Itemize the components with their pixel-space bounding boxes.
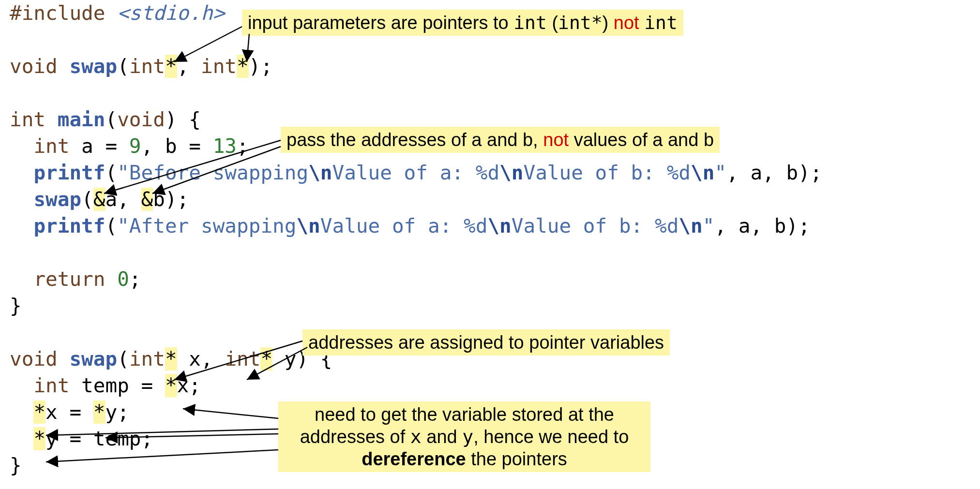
- deref-star: *: [165, 374, 177, 397]
- type-int: int: [201, 55, 237, 78]
- keyword-void: void: [10, 347, 58, 370]
- fn-swap-decl: swap: [69, 55, 117, 78]
- preprocessor: #include: [10, 1, 105, 25]
- pointer-star-2: *: [237, 55, 249, 78]
- callout-pointer-params: input parameters are pointers to int (in…: [242, 10, 683, 36]
- address-of-b: &: [141, 188, 153, 211]
- callout-addresses-assigned: addresses are assigned to pointer variab…: [302, 329, 670, 356]
- keyword-void: void: [10, 55, 58, 78]
- callout-pass-addresses: pass the addresses of a and b, not value…: [281, 127, 720, 153]
- fn-swap-def: swap: [69, 347, 117, 370]
- deref-star: *: [33, 427, 45, 450]
- pointer-star-1: *: [165, 55, 177, 78]
- keyword-return: return: [33, 267, 105, 291]
- pointer-star-y: *: [260, 347, 272, 370]
- fn-swap-call: swap: [33, 188, 81, 211]
- keyword-int: int: [33, 374, 69, 397]
- include-header: <stdio.h>: [117, 1, 225, 25]
- callout-dereference: need to get the variable stored at the a…: [278, 401, 650, 472]
- type-int: int: [129, 347, 165, 370]
- annotated-code-diagram: #include <stdio.h> void swap(int*, int*)…: [0, 0, 980, 489]
- literal-13: 13: [213, 134, 237, 158]
- fn-printf: printf: [33, 214, 105, 237]
- type-int: int: [129, 55, 165, 78]
- keyword-void: void: [117, 108, 165, 131]
- keyword-int: int: [10, 108, 45, 131]
- fn-main: main: [58, 108, 106, 131]
- deref-star: *: [33, 400, 45, 424]
- pointer-star-x: *: [165, 347, 177, 370]
- type-int: int: [225, 347, 260, 370]
- keyword-int: int: [33, 134, 69, 158]
- address-of-a: &: [93, 188, 106, 211]
- literal-9: 9: [129, 134, 141, 158]
- fn-printf: printf: [33, 161, 105, 184]
- literal-0: 0: [117, 267, 129, 291]
- deref-star: *: [93, 400, 106, 424]
